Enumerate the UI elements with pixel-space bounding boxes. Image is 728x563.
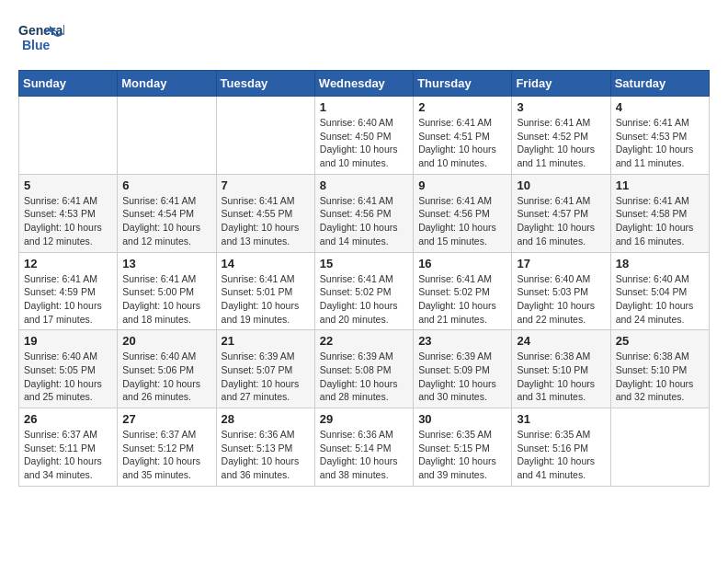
day-number: 24 <box>517 334 605 348</box>
day-number: 28 <box>222 412 310 426</box>
day-number: 20 <box>122 334 210 348</box>
calendar-cell <box>118 97 216 175</box>
day-number: 12 <box>24 257 112 270</box>
svg-text:Blue: Blue <box>22 38 51 52</box>
day-number: 16 <box>418 257 506 270</box>
calendar-table: SundayMondayTuesdayWednesdayThursdayFrid… <box>18 70 710 487</box>
day-info: Sunrise: 6:40 AMSunset: 5:05 PMDaylight:… <box>24 350 112 404</box>
day-info: Sunrise: 6:41 AMSunset: 4:57 PMDaylight:… <box>517 194 605 248</box>
day-number: 26 <box>24 412 112 426</box>
day-number: 15 <box>320 257 408 270</box>
weekday-header-monday: Monday <box>118 71 216 97</box>
calendar-cell: 4Sunrise: 6:41 AMSunset: 4:53 PMDaylight… <box>610 97 709 175</box>
day-info: Sunrise: 6:35 AMSunset: 5:16 PMDaylight:… <box>517 428 605 482</box>
day-info: Sunrise: 6:37 AMSunset: 5:12 PMDaylight:… <box>122 428 210 482</box>
day-number: 29 <box>320 412 408 426</box>
day-info: Sunrise: 6:41 AMSunset: 4:56 PMDaylight:… <box>418 194 506 248</box>
day-info: Sunrise: 6:41 AMSunset: 5:00 PMDaylight:… <box>122 272 210 327</box>
calendar-cell: 14Sunrise: 6:41 AMSunset: 5:01 PMDayligh… <box>216 252 314 330</box>
day-info: Sunrise: 6:41 AMSunset: 4:56 PMDaylight:… <box>320 194 408 248</box>
day-number: 8 <box>320 178 408 192</box>
day-info: Sunrise: 6:40 AMSunset: 4:50 PMDaylight:… <box>320 116 408 170</box>
day-number: 9 <box>418 178 506 192</box>
calendar-week-5: 26Sunrise: 6:37 AMSunset: 5:11 PMDayligh… <box>19 408 710 487</box>
calendar-cell: 3Sunrise: 6:41 AMSunset: 4:52 PMDaylight… <box>512 97 610 175</box>
day-number: 18 <box>616 257 704 270</box>
calendar-week-2: 5Sunrise: 6:41 AMSunset: 4:53 PMDaylight… <box>19 174 710 252</box>
day-number: 31 <box>517 412 605 426</box>
day-info: Sunrise: 6:41 AMSunset: 5:02 PMDaylight:… <box>320 272 408 327</box>
day-number: 2 <box>418 100 506 114</box>
calendar-cell: 8Sunrise: 6:41 AMSunset: 4:56 PMDaylight… <box>314 174 413 252</box>
day-info: Sunrise: 6:41 AMSunset: 5:02 PMDaylight:… <box>418 272 506 327</box>
day-number: 10 <box>517 178 605 192</box>
day-info: Sunrise: 6:41 AMSunset: 4:54 PMDaylight:… <box>122 194 210 248</box>
calendar-cell: 26Sunrise: 6:37 AMSunset: 5:11 PMDayligh… <box>19 408 118 487</box>
calendar-cell <box>610 408 709 487</box>
day-number: 3 <box>517 100 605 114</box>
day-number: 11 <box>616 178 704 192</box>
calendar-cell: 23Sunrise: 6:39 AMSunset: 5:09 PMDayligh… <box>414 330 512 408</box>
calendar-cell: 19Sunrise: 6:40 AMSunset: 5:05 PMDayligh… <box>19 330 118 408</box>
day-info: Sunrise: 6:35 AMSunset: 5:15 PMDaylight:… <box>418 428 506 482</box>
day-number: 5 <box>24 178 112 192</box>
day-number: 22 <box>320 334 408 348</box>
weekday-header-wednesday: Wednesday <box>314 71 413 97</box>
weekday-header-thursday: Thursday <box>414 71 512 97</box>
day-info: Sunrise: 6:41 AMSunset: 4:59 PMDaylight:… <box>24 272 112 327</box>
calendar-cell: 24Sunrise: 6:38 AMSunset: 5:10 PMDayligh… <box>512 330 610 408</box>
calendar-cell: 31Sunrise: 6:35 AMSunset: 5:16 PMDayligh… <box>512 408 610 487</box>
calendar-cell: 9Sunrise: 6:41 AMSunset: 4:56 PMDaylight… <box>414 174 512 252</box>
weekday-header-row: SundayMondayTuesdayWednesdayThursdayFrid… <box>19 71 710 97</box>
calendar-cell: 25Sunrise: 6:38 AMSunset: 5:10 PMDayligh… <box>610 330 709 408</box>
weekday-header-saturday: Saturday <box>610 71 709 97</box>
weekday-header-friday: Friday <box>512 71 610 97</box>
calendar-week-4: 19Sunrise: 6:40 AMSunset: 5:05 PMDayligh… <box>19 330 710 408</box>
calendar-cell: 7Sunrise: 6:41 AMSunset: 4:55 PMDaylight… <box>216 174 314 252</box>
calendar-cell: 1Sunrise: 6:40 AMSunset: 4:50 PMDaylight… <box>314 97 413 175</box>
day-info: Sunrise: 6:41 AMSunset: 5:01 PMDaylight:… <box>222 272 310 327</box>
calendar-cell <box>19 97 118 175</box>
calendar-week-3: 12Sunrise: 6:41 AMSunset: 4:59 PMDayligh… <box>19 252 710 330</box>
day-info: Sunrise: 6:40 AMSunset: 5:03 PMDaylight:… <box>517 272 605 327</box>
day-number: 13 <box>122 257 210 270</box>
day-info: Sunrise: 6:36 AMSunset: 5:13 PMDaylight:… <box>222 428 310 482</box>
calendar-cell: 18Sunrise: 6:40 AMSunset: 5:04 PMDayligh… <box>610 252 709 330</box>
calendar-cell: 17Sunrise: 6:40 AMSunset: 5:03 PMDayligh… <box>512 252 610 330</box>
day-info: Sunrise: 6:40 AMSunset: 5:04 PMDaylight:… <box>616 272 704 327</box>
calendar-cell: 16Sunrise: 6:41 AMSunset: 5:02 PMDayligh… <box>414 252 512 330</box>
day-info: Sunrise: 6:39 AMSunset: 5:08 PMDaylight:… <box>320 350 408 404</box>
calendar-cell: 30Sunrise: 6:35 AMSunset: 5:15 PMDayligh… <box>414 408 512 487</box>
day-number: 7 <box>222 178 310 192</box>
calendar-cell: 21Sunrise: 6:39 AMSunset: 5:07 PMDayligh… <box>216 330 314 408</box>
day-info: Sunrise: 6:37 AMSunset: 5:11 PMDaylight:… <box>24 428 112 482</box>
calendar-cell: 5Sunrise: 6:41 AMSunset: 4:53 PMDaylight… <box>19 174 118 252</box>
day-info: Sunrise: 6:40 AMSunset: 5:06 PMDaylight:… <box>122 350 210 404</box>
logo-svg: GeneralBlue <box>18 18 64 55</box>
calendar-cell: 11Sunrise: 6:41 AMSunset: 4:58 PMDayligh… <box>610 174 709 252</box>
day-info: Sunrise: 6:41 AMSunset: 4:53 PMDaylight:… <box>616 116 704 170</box>
day-info: Sunrise: 6:41 AMSunset: 4:55 PMDaylight:… <box>222 194 310 248</box>
calendar-cell: 2Sunrise: 6:41 AMSunset: 4:51 PMDaylight… <box>414 97 512 175</box>
calendar-week-1: 1Sunrise: 6:40 AMSunset: 4:50 PMDaylight… <box>19 97 710 175</box>
day-number: 4 <box>616 100 704 114</box>
day-info: Sunrise: 6:41 AMSunset: 4:52 PMDaylight:… <box>517 116 605 170</box>
day-number: 21 <box>222 334 310 348</box>
page-header: GeneralBlue <box>18 18 710 55</box>
day-number: 30 <box>418 412 506 426</box>
day-number: 19 <box>24 334 112 348</box>
calendar-cell: 27Sunrise: 6:37 AMSunset: 5:12 PMDayligh… <box>118 408 216 487</box>
day-number: 27 <box>122 412 210 426</box>
calendar-cell: 20Sunrise: 6:40 AMSunset: 5:06 PMDayligh… <box>118 330 216 408</box>
day-number: 23 <box>418 334 506 348</box>
day-info: Sunrise: 6:41 AMSunset: 4:51 PMDaylight:… <box>418 116 506 170</box>
day-number: 1 <box>320 100 408 114</box>
calendar-cell <box>216 97 314 175</box>
calendar-cell: 15Sunrise: 6:41 AMSunset: 5:02 PMDayligh… <box>314 252 413 330</box>
day-info: Sunrise: 6:38 AMSunset: 5:10 PMDaylight:… <box>517 350 605 404</box>
weekday-header-tuesday: Tuesday <box>216 71 314 97</box>
day-number: 25 <box>616 334 704 348</box>
calendar-cell: 13Sunrise: 6:41 AMSunset: 5:00 PMDayligh… <box>118 252 216 330</box>
weekday-header-sunday: Sunday <box>19 71 118 97</box>
calendar-cell: 10Sunrise: 6:41 AMSunset: 4:57 PMDayligh… <box>512 174 610 252</box>
